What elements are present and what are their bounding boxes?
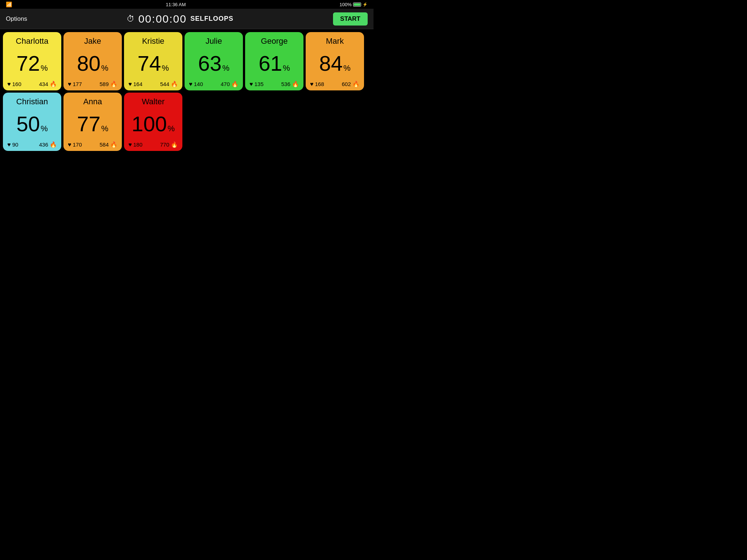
percent-sign: %	[168, 124, 175, 133]
brand-label: SELFLOOPS	[190, 15, 233, 23]
battery-fill	[354, 3, 360, 6]
calories-stat: 536 🔥	[281, 81, 299, 88]
athlete-card-christian[interactable]: Christian 50 % ♥ 90 436 🔥	[3, 93, 61, 151]
heart-icon: ♥	[128, 81, 132, 88]
battery-pct-label: 100%	[340, 2, 352, 7]
timer-section: ⏱ 00:00:00 SELFLOOPS	[127, 13, 233, 25]
calories-value: 584	[100, 141, 109, 148]
battery-icon	[353, 3, 361, 7]
calories-value: 589	[100, 81, 109, 87]
athlete-name: Walter	[128, 97, 179, 106]
athlete-stats: ♥ 164 544 🔥	[128, 81, 179, 88]
heart-rate-value: 170	[73, 141, 82, 148]
options-button[interactable]: Options	[6, 15, 27, 23]
athlete-percent-row: 50 %	[7, 113, 58, 135]
athlete-percent-value: 72	[16, 53, 40, 74]
athlete-card-george[interactable]: George 61 % ♥ 135 536 🔥	[245, 32, 303, 90]
athlete-percent-row: 84 %	[309, 53, 360, 74]
athlete-percent-row: 77 %	[67, 113, 118, 135]
athlete-stats: ♥ 135 536 🔥	[249, 81, 300, 88]
status-time: 11:36 AM	[166, 2, 186, 7]
heart-rate-stat: ♥ 135	[249, 81, 264, 88]
top-bar: Options ⏱ 00:00:00 SELFLOOPS START	[0, 9, 374, 29]
calories-stat: 602 🔥	[342, 81, 360, 88]
athletes-grid: Charlotta 72 % ♥ 160 434 🔥 Jake 80 % ♥ 1…	[0, 29, 374, 154]
fire-icon: 🔥	[110, 141, 117, 148]
athlete-name: Julie	[188, 36, 239, 46]
start-button[interactable]: START	[333, 12, 368, 26]
athlete-percent-row: 100 %	[128, 113, 179, 135]
athlete-name: Christian	[7, 97, 58, 106]
heart-icon: ♥	[128, 141, 132, 148]
athlete-percent-row: 63 %	[188, 53, 239, 74]
heart-rate-stat: ♥ 164	[128, 81, 143, 88]
heart-rate-stat: ♥ 160	[7, 81, 22, 88]
status-right: 100% ⚡	[340, 2, 368, 7]
heart-rate-value: 140	[194, 81, 203, 87]
athlete-name: Kristie	[128, 36, 179, 46]
athlete-percent-value: 84	[319, 53, 343, 74]
calories-stat: 589 🔥	[100, 81, 117, 88]
heart-rate-stat: ♥ 170	[68, 141, 82, 148]
athlete-percent-value: 74	[138, 53, 161, 74]
heart-rate-stat: ♥ 168	[310, 81, 324, 88]
athlete-stats: ♥ 160 434 🔥	[7, 81, 58, 88]
athlete-card-walter[interactable]: Walter 100 % ♥ 180 770 🔥	[124, 93, 182, 151]
calories-stat: 436 🔥	[39, 141, 57, 148]
athlete-name: Mark	[309, 36, 360, 46]
calories-stat: 470 🔥	[221, 81, 239, 88]
athlete-percent-value: 77	[77, 113, 101, 135]
percent-sign: %	[343, 63, 351, 73]
fire-icon: 🔥	[171, 141, 178, 148]
athlete-name: Jake	[67, 36, 118, 46]
heart-icon: ♥	[310, 81, 314, 88]
heart-rate-value: 90	[12, 141, 19, 148]
heart-rate-value: 168	[315, 81, 324, 87]
timer-icon: ⏱	[127, 14, 135, 24]
athlete-card-jake[interactable]: Jake 80 % ♥ 177 589 🔥	[63, 32, 122, 90]
athlete-percent-value: 100	[132, 113, 167, 135]
calories-value: 536	[281, 81, 290, 87]
percent-sign: %	[40, 124, 48, 133]
athlete-card-anna[interactable]: Anna 77 % ♥ 170 584 🔥	[63, 93, 122, 151]
athlete-name: Anna	[67, 97, 118, 106]
athlete-name: George	[249, 36, 300, 46]
percent-sign: %	[101, 124, 108, 133]
status-left: 📶	[6, 1, 12, 7]
fire-icon: 🔥	[292, 81, 299, 88]
timer-display: 00:00:00	[138, 13, 187, 25]
calories-value: 544	[160, 81, 169, 87]
fire-icon: 🔥	[50, 81, 57, 88]
heart-rate-value: 180	[133, 141, 143, 148]
heart-rate-value: 160	[12, 81, 22, 87]
heart-rate-value: 135	[255, 81, 264, 87]
athlete-percent-row: 72 %	[7, 53, 58, 74]
athlete-stats: ♥ 180 770 🔥	[128, 141, 179, 148]
athlete-stats: ♥ 177 589 🔥	[67, 81, 118, 88]
athlete-stats: ♥ 90 436 🔥	[7, 141, 58, 148]
percent-sign: %	[222, 63, 229, 73]
athlete-percent-value: 80	[77, 53, 101, 74]
athlete-stats: ♥ 140 470 🔥	[188, 81, 239, 88]
percent-sign: %	[101, 63, 108, 73]
heart-rate-value: 164	[133, 81, 143, 87]
heart-icon: ♥	[7, 81, 11, 88]
athlete-card-julie[interactable]: Julie 63 % ♥ 140 470 🔥	[185, 32, 243, 90]
athlete-percent-value: 61	[259, 53, 282, 74]
heart-icon: ♥	[7, 141, 11, 148]
calories-value: 470	[221, 81, 230, 87]
percent-sign: %	[283, 63, 290, 73]
calories-stat: 434 🔥	[39, 81, 57, 88]
athlete-card-kristie[interactable]: Kristie 74 % ♥ 164 544 🔥	[124, 32, 182, 90]
heart-icon: ♥	[189, 81, 193, 88]
charging-icon: ⚡	[363, 2, 368, 7]
heart-rate-stat: ♥ 177	[68, 81, 82, 88]
athlete-card-charlotta[interactable]: Charlotta 72 % ♥ 160 434 🔥	[3, 32, 61, 90]
athlete-card-mark[interactable]: Mark 84 % ♥ 168 602 🔥	[306, 32, 364, 90]
athlete-percent-row: 61 %	[249, 53, 300, 74]
heart-rate-stat: ♥ 140	[189, 81, 203, 88]
calories-value: 602	[342, 81, 351, 87]
athlete-stats: ♥ 170 584 🔥	[67, 141, 118, 148]
fire-icon: 🔥	[110, 81, 117, 88]
calories-stat: 584 🔥	[100, 141, 117, 148]
